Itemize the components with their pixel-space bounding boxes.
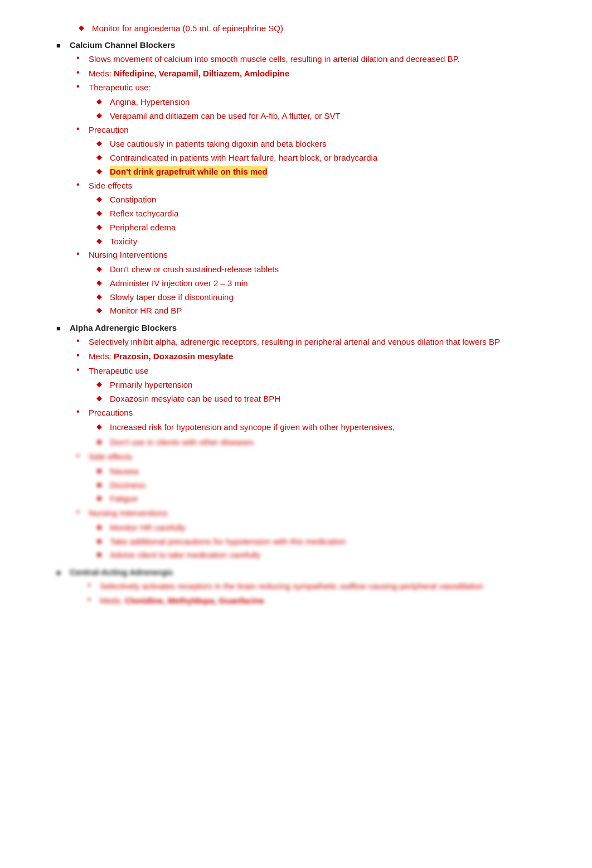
ccb-se-4-text: Toxicity bbox=[110, 235, 137, 248]
ccb-therapeutic-children: ◆ Angina, Hypertension ◆ Verapamil and d… bbox=[96, 96, 547, 122]
ccb-se-3-text: Peripheral edema bbox=[110, 221, 176, 234]
diamond-bullet: ◆ bbox=[96, 292, 106, 301]
diamond-bullet: ◆ bbox=[96, 97, 106, 105]
square-bullet-1: ■ bbox=[56, 41, 66, 50]
ccb-se-1-text: Constipation bbox=[110, 194, 156, 206]
ccb-precaution: • Precaution bbox=[76, 124, 547, 136]
ccb-meds-names: Nifedipine, Verapamil, Diltiazem, Amlodi… bbox=[114, 69, 289, 78]
ccb-therapeutic-2-text: Verapamil and diltiazem can be used for … bbox=[110, 110, 341, 122]
aab-precautions-children: ◆ Increased risk for hypotension and syn… bbox=[96, 421, 547, 433]
circle-bullet: • bbox=[76, 180, 85, 190]
ccb-precaution-2: ◆ Contraindicated in patients with Heart… bbox=[96, 152, 547, 164]
diamond-bullet: ◆ bbox=[96, 237, 106, 245]
ccb-ni-1-text: Don't chew or crush sustained-release ta… bbox=[110, 263, 279, 276]
circle-bullet: • bbox=[76, 67, 85, 78]
section1-title: Calcium Channel Blockers bbox=[70, 40, 175, 50]
section1-body: • Slows movement of calcium into smooth … bbox=[76, 53, 547, 317]
diamond-bullet: ◆ bbox=[96, 264, 106, 273]
aab-therapeutic-1: ◆ Primarily hypertension bbox=[96, 379, 547, 391]
diamond-bullet: ◆ bbox=[96, 278, 106, 287]
ccb-therapeutic-1: ◆ Angina, Hypertension bbox=[96, 96, 547, 108]
circle-bullet: • bbox=[76, 336, 85, 346]
diamond-bullet: ◆ bbox=[96, 111, 106, 119]
circle-bullet: • bbox=[76, 53, 85, 63]
ccb-ni-3-text: Slowly taper dose if discontinuing bbox=[110, 291, 234, 303]
ccb-side-effects: • Side effects bbox=[76, 180, 547, 192]
blurred-section3: ■ Central-Acting Adrenergic • Selectivel… bbox=[56, 567, 547, 607]
ccb-se-2-text: Reflex tachycardia bbox=[110, 208, 178, 220]
circle-bullet: • bbox=[76, 249, 85, 259]
ccb-ni-1: ◆ Don't chew or crush sustained-release … bbox=[96, 263, 547, 276]
ccb-ni-2: ◆ Administer IV injection over 2 – 3 min bbox=[96, 277, 547, 290]
aab-therapeutic-2-text: Doxazosin mesylate can be used to treat … bbox=[110, 393, 280, 405]
diamond-bullet: ◆ bbox=[96, 139, 106, 147]
circle-bullet: • bbox=[76, 365, 85, 375]
aab-precaution-1-text: Increased risk for hypotension and synco… bbox=[110, 421, 395, 433]
ccb-therapeutic-1-text: Angina, Hypertension bbox=[110, 96, 190, 108]
circle-bullet: • bbox=[76, 124, 85, 134]
ccb-se-4: ◆ Toxicity bbox=[96, 235, 547, 248]
ccb-nursing-children: ◆ Don't chew or crush sustained-release … bbox=[96, 263, 547, 317]
diamond-bullet: ◆ bbox=[96, 153, 106, 161]
blurred-section: ◆ Don't use in clients with other diseas… bbox=[76, 436, 547, 561]
diamond-bullet: ◆ bbox=[96, 195, 106, 203]
diamond-bullet: ◆ bbox=[96, 167, 106, 175]
ccb-side-effects-label: Side effects bbox=[89, 180, 132, 192]
page-content: ◆ Monitor for angioedema (0.5 mL of epin… bbox=[45, 22, 547, 607]
ccb-se-2: ◆ Reflex tachycardia bbox=[96, 208, 547, 220]
aab-therapeutic-children: ◆ Primarily hypertension ◆ Doxazosin mes… bbox=[96, 379, 547, 405]
ccb-therapeutic-2: ◆ Verapamil and diltiazem can be used fo… bbox=[96, 110, 547, 122]
section2-header: ■ Alpha Adrenergic Blockers bbox=[56, 323, 547, 332]
section1-header: ■ Calcium Channel Blockers bbox=[56, 40, 547, 50]
diamond-bullet: ◆ bbox=[96, 209, 106, 217]
ccb-precaution-3: ◆ Don't drink grapefruit while on this m… bbox=[96, 166, 547, 178]
aab-therapeutic-2: ◆ Doxazosin mesylate can be used to trea… bbox=[96, 393, 547, 405]
ccb-precaution-1-text: Use cautiously in patients taking digoxi… bbox=[110, 138, 327, 150]
ccb-precaution-children: ◆ Use cautiously in patients taking digo… bbox=[96, 138, 547, 177]
ccb-ni-3: ◆ Slowly taper dose if discontinuing bbox=[96, 291, 547, 303]
ccb-se-3: ◆ Peripheral edema bbox=[96, 221, 547, 234]
ccb-precaution-label: Precaution bbox=[89, 124, 129, 136]
aab-mechanism-text: Selectively inhibit alpha, adrenergic re… bbox=[89, 336, 500, 348]
ccb-precaution-3-text: Don't drink grapefruit while on this med bbox=[110, 166, 268, 178]
circle-bullet: • bbox=[76, 350, 85, 360]
ccb-ni-4-text: Monitor HR and BP bbox=[110, 305, 182, 317]
section2-title: Alpha Adrenergic Blockers bbox=[70, 323, 177, 332]
aab-meds-text: Meds: Prazosin, Doxazosin mesylate bbox=[89, 350, 233, 363]
aab-mechanism: • Selectively inhibit alpha, adrenergic … bbox=[76, 336, 547, 348]
square-bullet-2: ■ bbox=[56, 324, 66, 332]
ccb-mechanism-text: Slows movement of calcium into smooth mu… bbox=[89, 53, 460, 65]
ccb-se-1: ◆ Constipation bbox=[96, 194, 547, 206]
ccb-ni-2-text: Administer IV injection over 2 – 3 min bbox=[110, 277, 248, 290]
aab-meds: • Meds: Prazosin, Doxazosin mesylate bbox=[76, 350, 547, 363]
diamond-bullet: ◆ bbox=[96, 394, 106, 402]
diamond-bullet: ◆ bbox=[79, 23, 89, 32]
ccb-meds: • Meds: Nifedipine, Verapamil, Diltiazem… bbox=[76, 67, 547, 80]
diamond-bullet: ◆ bbox=[96, 306, 106, 314]
circle-bullet: • bbox=[76, 81, 85, 91]
aab-therapeutic-1-text: Primarily hypertension bbox=[110, 379, 192, 391]
ccb-nursing-label: Nursing Interventions bbox=[89, 249, 168, 261]
aab-precautions: • Precautions bbox=[76, 407, 547, 419]
ccb-ni-4: ◆ Monitor HR and BP bbox=[96, 305, 547, 317]
aab-precaution-1: ◆ Increased risk for hypotension and syn… bbox=[96, 421, 547, 433]
ccb-precaution-1: ◆ Use cautiously in patients taking digo… bbox=[96, 138, 547, 150]
section2-body: • Selectively inhibit alpha, adrenergic … bbox=[76, 336, 547, 561]
aab-precautions-label: Precautions bbox=[89, 407, 133, 419]
ccb-meds-text: Meds: Nifedipine, Verapamil, Diltiazem, … bbox=[89, 67, 289, 80]
aab-meds-names: Prazosin, Doxazosin mesylate bbox=[114, 351, 233, 361]
aab-therapeutic-label: Therapeutic use bbox=[89, 365, 149, 377]
diamond-bullet: ◆ bbox=[96, 380, 106, 388]
intro-text: Monitor for angioedema (0.5 mL of epinep… bbox=[92, 22, 283, 35]
diamond-bullet: ◆ bbox=[96, 422, 106, 431]
diamond-bullet: ◆ bbox=[96, 223, 106, 231]
circle-bullet: • bbox=[76, 407, 85, 417]
intro-line: ◆ Monitor for angioedema (0.5 mL of epin… bbox=[79, 22, 547, 35]
ccb-therapeutic: • Therapeutic use: bbox=[76, 81, 547, 94]
ccb-therapeutic-label: Therapeutic use: bbox=[89, 81, 151, 94]
ccb-precaution-2-text: Contraindicated in patients with Heart f… bbox=[110, 152, 377, 164]
aab-therapeutic: • Therapeutic use bbox=[76, 365, 547, 377]
intro-item: ◆ Monitor for angioedema (0.5 mL of epin… bbox=[79, 22, 547, 35]
ccb-mechanism: • Slows movement of calcium into smooth … bbox=[76, 53, 547, 65]
ccb-nursing: • Nursing Interventions bbox=[76, 249, 547, 261]
